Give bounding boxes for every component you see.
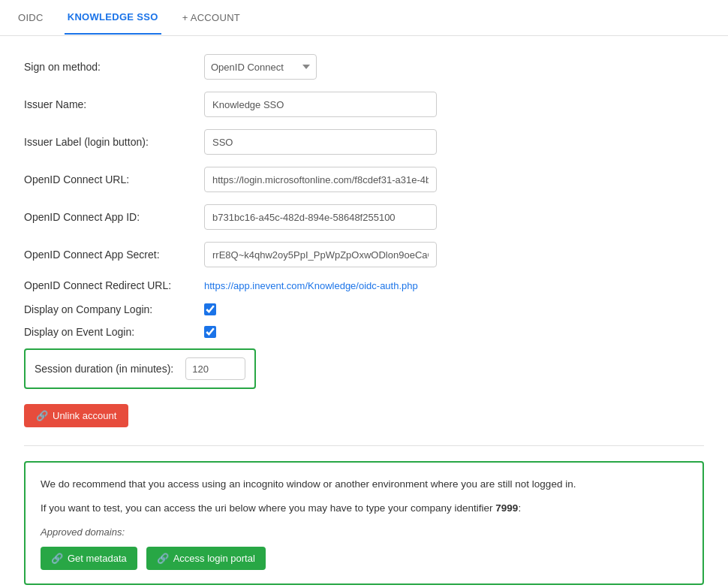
access-portal-icon: 🔗 [157, 553, 169, 564]
openid-url-row: OpenID Connect URL: [24, 167, 704, 192]
session-duration-input[interactable] [185, 357, 245, 380]
openid-app-secret-input[interactable] [204, 242, 437, 267]
unlink-account-button[interactable]: 🔗 Unlink account [24, 404, 128, 427]
openid-app-secret-row: OpenID Connect App Secret: [24, 242, 704, 267]
unlink-icon: 🔗 [36, 410, 48, 421]
tab-account[interactable]: + ACCOUNT [179, 2, 243, 35]
get-metadata-button[interactable]: 🔗 Get metadata [41, 547, 137, 570]
unlink-label: Unlink account [53, 410, 116, 421]
tab-knowledge-sso[interactable]: KNOWLEDGE SSO [65, 1, 161, 35]
tab-oidc[interactable]: OIDC [15, 2, 47, 35]
display-company-label: Display on Company Login: [24, 303, 204, 315]
display-event-checkbox[interactable] [204, 326, 216, 338]
sign-on-method-row: Sign on method: OpenID Connect [24, 54, 704, 80]
session-duration-wrapper: Session duration (in minutes): [24, 348, 256, 389]
issuer-label-input[interactable] [204, 129, 437, 155]
openid-url-input[interactable] [204, 167, 437, 192]
openid-app-secret-label: OpenID Connect App Secret: [24, 249, 204, 261]
session-duration-label: Session duration (in minutes): [35, 363, 173, 375]
info-line2-suffix: : [518, 502, 521, 514]
info-line2-prefix: If you want to test, you can access the … [41, 502, 493, 514]
display-event-label: Display on Event Login: [24, 326, 204, 338]
info-line2: If you want to test, you can access the … [41, 500, 687, 517]
main-content: Sign on method: OpenID Connect Issuer Na… [0, 36, 728, 588]
sign-on-method-select[interactable]: OpenID Connect [204, 54, 317, 80]
issuer-label-label: Issuer Label (login button): [24, 136, 204, 148]
issuer-label-row: Issuer Label (login button): [24, 129, 704, 155]
info-box: We do recommend that you access using an… [24, 461, 704, 585]
openid-redirect-row: OpenID Connect Redirect URL: https://app… [24, 279, 704, 291]
openid-app-id-label: OpenID Connect App ID: [24, 211, 204, 223]
openid-redirect-url[interactable]: https://app.inevent.com/Knowledge/oidc-a… [204, 280, 418, 291]
issuer-name-input[interactable] [204, 92, 437, 117]
approved-domains-label: Approved domains: [41, 526, 687, 538]
access-login-portal-button[interactable]: 🔗 Access login portal [146, 547, 266, 570]
info-buttons: 🔗 Get metadata 🔗 Access login portal [41, 547, 687, 570]
issuer-name-row: Issuer Name: [24, 92, 704, 117]
issuer-name-label: Issuer Name: [24, 98, 204, 110]
display-company-row: Display on Company Login: [24, 303, 704, 315]
info-line1: We do recommend that you access using an… [41, 476, 687, 493]
display-event-row: Display on Event Login: [24, 326, 704, 338]
get-metadata-label: Get metadata [68, 553, 127, 564]
divider [24, 445, 704, 446]
openid-app-id-input[interactable] [204, 204, 437, 230]
sign-on-method-label: Sign on method: [24, 61, 204, 73]
openid-app-id-row: OpenID Connect App ID: [24, 204, 704, 230]
get-metadata-icon: 🔗 [51, 553, 63, 564]
access-login-portal-label: Access login portal [173, 553, 255, 564]
tab-bar: OIDC KNOWLEDGE SSO + ACCOUNT [0, 0, 728, 36]
openid-url-label: OpenID Connect URL: [24, 173, 204, 185]
company-id: 7999 [495, 502, 518, 514]
display-company-checkbox[interactable] [204, 303, 216, 315]
openid-redirect-label: OpenID Connect Redirect URL: [24, 279, 204, 291]
